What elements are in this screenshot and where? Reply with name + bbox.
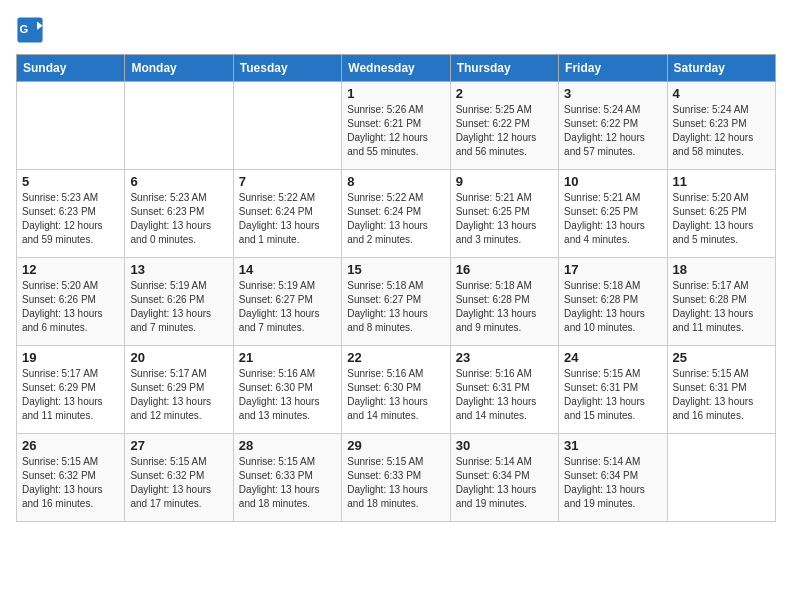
day-number: 18 [673,262,770,277]
day-number: 20 [130,350,227,365]
day-info: Sunrise: 5:14 AMSunset: 6:34 PMDaylight:… [456,455,553,511]
day-number: 15 [347,262,444,277]
day-info: Sunrise: 5:15 AMSunset: 6:32 PMDaylight:… [22,455,119,511]
day-number: 19 [22,350,119,365]
day-info: Sunrise: 5:25 AMSunset: 6:22 PMDaylight:… [456,103,553,159]
day-number: 28 [239,438,336,453]
day-info: Sunrise: 5:19 AMSunset: 6:26 PMDaylight:… [130,279,227,335]
calendar-cell: 23Sunrise: 5:16 AMSunset: 6:31 PMDayligh… [450,346,558,434]
weekday-header-thursday: Thursday [450,55,558,82]
calendar-cell: 13Sunrise: 5:19 AMSunset: 6:26 PMDayligh… [125,258,233,346]
day-number: 12 [22,262,119,277]
calendar-cell: 6Sunrise: 5:23 AMSunset: 6:23 PMDaylight… [125,170,233,258]
day-number: 14 [239,262,336,277]
calendar-cell: 27Sunrise: 5:15 AMSunset: 6:32 PMDayligh… [125,434,233,522]
calendar-cell: 2Sunrise: 5:25 AMSunset: 6:22 PMDaylight… [450,82,558,170]
day-number: 25 [673,350,770,365]
day-info: Sunrise: 5:22 AMSunset: 6:24 PMDaylight:… [239,191,336,247]
day-number: 11 [673,174,770,189]
logo: G [16,16,48,44]
calendar-cell: 10Sunrise: 5:21 AMSunset: 6:25 PMDayligh… [559,170,667,258]
calendar-cell: 24Sunrise: 5:15 AMSunset: 6:31 PMDayligh… [559,346,667,434]
day-info: Sunrise: 5:17 AMSunset: 6:28 PMDaylight:… [673,279,770,335]
day-info: Sunrise: 5:15 AMSunset: 6:33 PMDaylight:… [347,455,444,511]
calendar-cell: 1Sunrise: 5:26 AMSunset: 6:21 PMDaylight… [342,82,450,170]
day-number: 27 [130,438,227,453]
calendar-cell: 22Sunrise: 5:16 AMSunset: 6:30 PMDayligh… [342,346,450,434]
day-info: Sunrise: 5:21 AMSunset: 6:25 PMDaylight:… [456,191,553,247]
day-info: Sunrise: 5:18 AMSunset: 6:28 PMDaylight:… [564,279,661,335]
calendar-cell: 29Sunrise: 5:15 AMSunset: 6:33 PMDayligh… [342,434,450,522]
day-number: 9 [456,174,553,189]
day-info: Sunrise: 5:15 AMSunset: 6:31 PMDaylight:… [564,367,661,423]
weekday-header-sunday: Sunday [17,55,125,82]
day-number: 8 [347,174,444,189]
day-number: 23 [456,350,553,365]
calendar-table: SundayMondayTuesdayWednesdayThursdayFrid… [16,54,776,522]
day-info: Sunrise: 5:16 AMSunset: 6:30 PMDaylight:… [347,367,444,423]
day-number: 4 [673,86,770,101]
calendar-cell: 4Sunrise: 5:24 AMSunset: 6:23 PMDaylight… [667,82,775,170]
calendar-cell [17,82,125,170]
calendar-cell: 9Sunrise: 5:21 AMSunset: 6:25 PMDaylight… [450,170,558,258]
calendar-cell: 11Sunrise: 5:20 AMSunset: 6:25 PMDayligh… [667,170,775,258]
day-info: Sunrise: 5:18 AMSunset: 6:28 PMDaylight:… [456,279,553,335]
day-number: 31 [564,438,661,453]
day-number: 13 [130,262,227,277]
calendar-cell: 20Sunrise: 5:17 AMSunset: 6:29 PMDayligh… [125,346,233,434]
calendar-week-row: 26Sunrise: 5:15 AMSunset: 6:32 PMDayligh… [17,434,776,522]
day-info: Sunrise: 5:18 AMSunset: 6:27 PMDaylight:… [347,279,444,335]
day-info: Sunrise: 5:15 AMSunset: 6:31 PMDaylight:… [673,367,770,423]
calendar-cell: 28Sunrise: 5:15 AMSunset: 6:33 PMDayligh… [233,434,341,522]
calendar-cell: 8Sunrise: 5:22 AMSunset: 6:24 PMDaylight… [342,170,450,258]
weekday-header-friday: Friday [559,55,667,82]
calendar-cell: 19Sunrise: 5:17 AMSunset: 6:29 PMDayligh… [17,346,125,434]
day-info: Sunrise: 5:23 AMSunset: 6:23 PMDaylight:… [130,191,227,247]
logo-icon: G [16,16,44,44]
weekday-header-monday: Monday [125,55,233,82]
day-number: 22 [347,350,444,365]
day-number: 1 [347,86,444,101]
calendar-cell: 17Sunrise: 5:18 AMSunset: 6:28 PMDayligh… [559,258,667,346]
day-info: Sunrise: 5:24 AMSunset: 6:23 PMDaylight:… [673,103,770,159]
day-number: 7 [239,174,336,189]
day-number: 29 [347,438,444,453]
day-info: Sunrise: 5:17 AMSunset: 6:29 PMDaylight:… [130,367,227,423]
calendar-cell: 5Sunrise: 5:23 AMSunset: 6:23 PMDaylight… [17,170,125,258]
day-number: 3 [564,86,661,101]
calendar-week-row: 5Sunrise: 5:23 AMSunset: 6:23 PMDaylight… [17,170,776,258]
day-info: Sunrise: 5:26 AMSunset: 6:21 PMDaylight:… [347,103,444,159]
calendar-week-row: 19Sunrise: 5:17 AMSunset: 6:29 PMDayligh… [17,346,776,434]
day-number: 30 [456,438,553,453]
calendar-cell: 16Sunrise: 5:18 AMSunset: 6:28 PMDayligh… [450,258,558,346]
day-number: 26 [22,438,119,453]
calendar-cell: 3Sunrise: 5:24 AMSunset: 6:22 PMDaylight… [559,82,667,170]
calendar-cell [125,82,233,170]
weekday-header-wednesday: Wednesday [342,55,450,82]
day-info: Sunrise: 5:20 AMSunset: 6:26 PMDaylight:… [22,279,119,335]
day-number: 6 [130,174,227,189]
calendar-cell: 25Sunrise: 5:15 AMSunset: 6:31 PMDayligh… [667,346,775,434]
day-info: Sunrise: 5:17 AMSunset: 6:29 PMDaylight:… [22,367,119,423]
weekday-header-tuesday: Tuesday [233,55,341,82]
day-info: Sunrise: 5:21 AMSunset: 6:25 PMDaylight:… [564,191,661,247]
day-number: 5 [22,174,119,189]
day-info: Sunrise: 5:15 AMSunset: 6:32 PMDaylight:… [130,455,227,511]
weekday-header-saturday: Saturday [667,55,775,82]
page-header: G [16,16,776,44]
calendar-cell [667,434,775,522]
day-info: Sunrise: 5:24 AMSunset: 6:22 PMDaylight:… [564,103,661,159]
calendar-cell [233,82,341,170]
day-info: Sunrise: 5:20 AMSunset: 6:25 PMDaylight:… [673,191,770,247]
day-info: Sunrise: 5:23 AMSunset: 6:23 PMDaylight:… [22,191,119,247]
day-number: 10 [564,174,661,189]
day-info: Sunrise: 5:22 AMSunset: 6:24 PMDaylight:… [347,191,444,247]
calendar-week-row: 12Sunrise: 5:20 AMSunset: 6:26 PMDayligh… [17,258,776,346]
calendar-cell: 7Sunrise: 5:22 AMSunset: 6:24 PMDaylight… [233,170,341,258]
calendar-cell: 21Sunrise: 5:16 AMSunset: 6:30 PMDayligh… [233,346,341,434]
day-number: 24 [564,350,661,365]
day-info: Sunrise: 5:16 AMSunset: 6:31 PMDaylight:… [456,367,553,423]
day-number: 2 [456,86,553,101]
calendar-cell: 18Sunrise: 5:17 AMSunset: 6:28 PMDayligh… [667,258,775,346]
calendar-week-row: 1Sunrise: 5:26 AMSunset: 6:21 PMDaylight… [17,82,776,170]
